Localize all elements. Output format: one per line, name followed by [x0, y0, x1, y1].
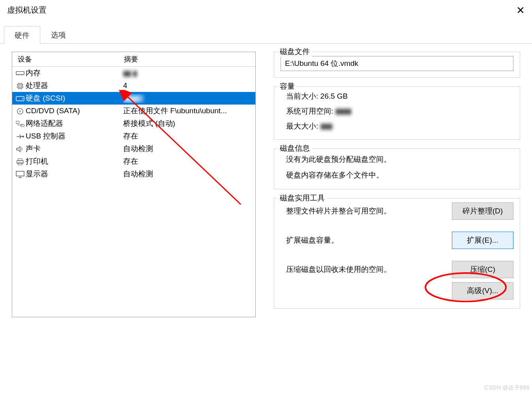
svg-rect-24: [18, 159, 22, 161]
svg-rect-7: [19, 85, 21, 87]
device-row-display[interactable]: 显示器 自动检测: [12, 168, 255, 180]
usb-icon: [15, 132, 26, 140]
device-summary: 自动检测: [123, 169, 253, 179]
device-name: CD/DVD (SATA): [26, 107, 123, 115]
memory-icon: [15, 69, 26, 77]
svg-point-18: [17, 108, 23, 114]
device-list: 设备 摘要 内存 ▮▮ ▮ 处理器 4 硬盘 (SCSI) ▮▮▮▮3 CD/D…: [12, 52, 256, 317]
capacity-legend: 容量: [277, 81, 297, 92]
device-row-cddvd[interactable]: CD/DVD (SATA) 正在使用文件 F\ubuntu\ubunt...: [12, 105, 255, 117]
expand-button[interactable]: 扩展(E)...: [452, 232, 513, 249]
disk-file-legend: 磁盘文件: [277, 47, 312, 57]
device-summary: 4: [123, 81, 253, 90]
svg-point-19: [19, 110, 21, 112]
header-device: 设备: [15, 54, 124, 64]
device-row-harddisk[interactable]: 硬盘 (SCSI) ▮▮▮▮3: [12, 92, 255, 105]
device-row-sound[interactable]: 声卡 自动检测: [12, 142, 255, 155]
compact-button[interactable]: 压缩(C): [452, 261, 513, 278]
device-name: 内存: [26, 68, 123, 78]
disk-info-line2: 硬盘内容存储在多个文件中。: [286, 170, 513, 180]
disk-info-group: 磁盘信息 没有为此硬盘预分配磁盘空间。 硬盘内容存储在多个文件中。: [274, 148, 520, 189]
advanced-button[interactable]: 高级(V)...: [452, 282, 513, 299]
device-row-memory[interactable]: 内存 ▮▮ ▮: [12, 67, 255, 79]
svg-rect-0: [16, 71, 24, 74]
current-size-value: 26.5 GB: [320, 92, 348, 100]
defrag-desc: 整理文件碎片并整合可用空间。: [281, 206, 452, 216]
device-summary: ▮▮ ▮: [123, 69, 253, 78]
disk-file-input[interactable]: [281, 56, 513, 71]
disk-info-legend: 磁盘信息: [277, 143, 312, 153]
sound-icon: [15, 145, 26, 153]
svg-rect-20: [16, 121, 19, 124]
device-summary: 存在: [123, 156, 253, 167]
harddisk-icon: [15, 94, 26, 102]
svg-point-22: [22, 135, 24, 137]
device-summary: 桥接模式 (自动): [123, 118, 253, 129]
svg-rect-25: [18, 163, 22, 165]
device-summary: 存在: [123, 131, 253, 141]
tab-hardware[interactable]: 硬件: [4, 26, 40, 44]
compact-desc: 压缩磁盘以回收未使用的空间。: [281, 264, 452, 275]
free-space-value: ▮▮▮▮: [335, 107, 351, 116]
device-summary: 自动检测: [123, 144, 253, 154]
svg-rect-23: [17, 161, 23, 163]
svg-rect-26: [16, 171, 24, 176]
device-list-header: 设备 摘要: [12, 52, 255, 67]
device-name: 处理器: [26, 80, 123, 91]
disk-file-group: 磁盘文件: [274, 52, 520, 78]
device-summary: 正在使用文件 F\ubuntu\ubunt...: [123, 106, 253, 116]
window-title: 虚拟机设置: [7, 5, 47, 15]
device-name: USB 控制器: [26, 131, 123, 141]
device-row-processor[interactable]: 处理器 4: [12, 79, 255, 92]
disk-utilities-group: 磁盘实用工具 整理文件碎片并整合可用空间。 碎片整理(D) 扩展磁盘容量。 扩展…: [274, 198, 520, 309]
device-name: 打印机: [26, 156, 123, 167]
expand-desc: 扩展磁盘容量。: [281, 235, 452, 245]
printer-icon: [15, 157, 26, 165]
device-row-usb[interactable]: USB 控制器 存在: [12, 130, 255, 142]
header-summary: 摘要: [124, 54, 138, 64]
display-icon: [15, 170, 26, 178]
close-icon[interactable]: ✕: [516, 5, 525, 15]
device-row-network[interactable]: 网络适配器 桥接模式 (自动): [12, 117, 255, 130]
watermark: CSDN @达子666: [484, 384, 530, 391]
device-name: 硬盘 (SCSI): [26, 93, 123, 103]
defrag-button[interactable]: 碎片整理(D): [452, 202, 513, 220]
tabs: 硬件 选项: [0, 26, 532, 44]
free-space-label: 系统可用空间:: [286, 106, 333, 116]
capacity-group: 容量 当前大小: 26.5 GB 系统可用空间: ▮▮▮▮ 最大大小: ▮▮▮: [274, 86, 520, 140]
svg-point-17: [22, 98, 23, 99]
max-size-value: ▮▮▮: [320, 122, 332, 131]
device-row-printer[interactable]: 打印机 存在: [12, 155, 255, 168]
disk-utilities-legend: 磁盘实用工具: [277, 193, 327, 203]
disk-info-line1: 没有为此硬盘预分配磁盘空间。: [286, 154, 513, 165]
device-name: 声卡: [26, 144, 123, 154]
device-name: 网络适配器: [26, 118, 123, 129]
device-name: 显示器: [26, 169, 123, 179]
current-size-label: 当前大小:: [286, 91, 318, 101]
svg-rect-6: [18, 84, 22, 88]
disc-icon: [15, 107, 26, 115]
cpu-icon: [15, 82, 26, 90]
max-size-label: 最大大小:: [286, 121, 318, 131]
tab-options[interactable]: 选项: [40, 26, 77, 43]
device-summary: ▮▮▮▮3: [123, 94, 253, 103]
network-icon: [15, 120, 26, 127]
